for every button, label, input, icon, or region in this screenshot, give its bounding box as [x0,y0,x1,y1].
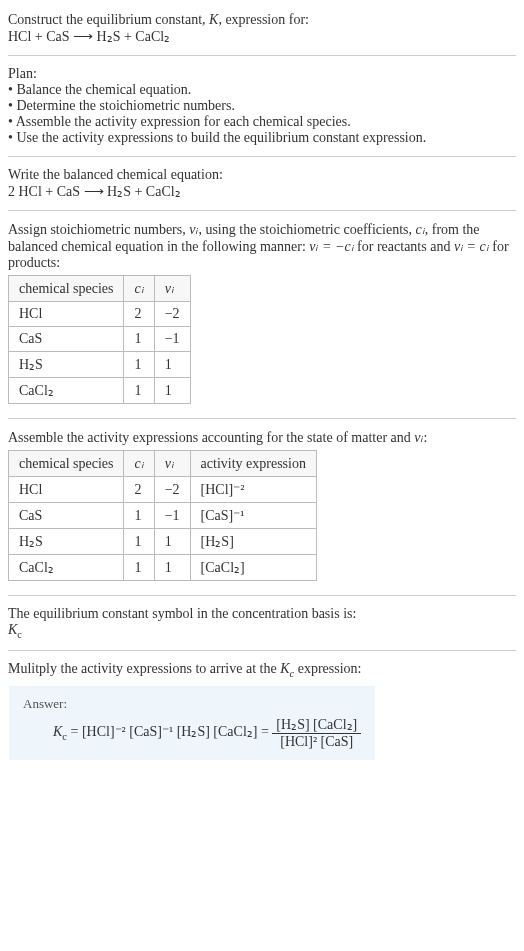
col-activity: activity expression [190,451,316,477]
nu-prod-rel: νᵢ = cᵢ [454,239,489,254]
cell-nui: 1 [154,352,190,378]
table-row: CaCl₂ 1 1 [CaCl₂] [9,555,317,581]
stoich-block: Assign stoichiometric numbers, νᵢ, using… [8,215,516,414]
table-row: HCl 2 −2 [HCl]⁻² [9,477,317,503]
intro-text-b: , expression for: [218,12,309,27]
cell-activity: [HCl]⁻² [190,477,316,503]
col-ci: cᵢ [124,276,154,302]
basis-line: The equilibrium constant symbol in the c… [8,606,516,622]
k-letter: K [53,724,62,739]
answer-label: Answer: [23,696,361,712]
cell-ci: 2 [124,302,154,327]
cell-species: H₂S [9,352,124,378]
divider [8,210,516,211]
plan-bullet-4: • Use the activity expressions to build … [8,130,516,146]
table-row: CaCl₂ 1 1 [9,378,191,404]
stoich-table: chemical species cᵢ νᵢ HCl 2 −2 CaS 1 −1… [8,275,191,404]
cell-activity: [CaCl₂] [190,555,316,581]
k-sub: c [17,629,22,640]
plan-bullet-3: • Assemble the activity expression for e… [8,114,516,130]
ci-header: cᵢ [134,281,143,296]
cell-species: CaCl₂ [9,555,124,581]
unbalanced-equation: HCl + CaS ⟶ H₂S + CaCl₂ [8,28,516,45]
cell-activity: [H₂S] [190,529,316,555]
cell-nui: −2 [154,302,190,327]
stoich-text-d: for reactants and [354,239,454,254]
cell-nui: −1 [154,327,190,352]
divider [8,595,516,596]
cell-species: CaS [9,327,124,352]
cell-species: H₂S [9,529,124,555]
kc-inline: Kc [280,661,294,676]
divider [8,156,516,157]
intro-line1: Construct the equilibrium constant, K, e… [8,12,516,28]
cell-species: CaCl₂ [9,378,124,404]
activity-table: chemical species cᵢ νᵢ activity expressi… [8,450,317,581]
stoich-text-a: Assign stoichiometric numbers, [8,222,189,237]
answer-expression: Kc = [HCl]⁻² [CaS]⁻¹ [H₂S] [CaCl₂] = [H₂… [23,716,361,750]
cell-ci: 1 [124,352,154,378]
cell-ci: 1 [124,327,154,352]
divider [8,650,516,651]
table-header-row: chemical species cᵢ νᵢ [9,276,191,302]
answer-mid: = [HCl]⁻² [CaS]⁻¹ [H₂S] [CaCl₂] = [67,724,272,739]
activity-heading-b: : [424,430,428,445]
nui-header: νᵢ [165,281,174,296]
cell-nui: 1 [154,529,190,555]
stoich-text-b: , using the stoichiometric coefficients, [198,222,415,237]
multiply-text-a: Mulitply the activity expressions to arr… [8,661,280,676]
plan-heading: Plan: [8,66,516,82]
ci-header: cᵢ [134,456,143,471]
cell-nui: −2 [154,477,190,503]
intro-block: Construct the equilibrium constant, K, e… [8,6,516,51]
activity-heading-a: Assemble the activity expressions accoun… [8,430,414,445]
fraction-numerator: [H₂S] [CaCl₂] [272,716,361,734]
nu-symbol: νᵢ [414,430,423,445]
cell-ci: 1 [124,378,154,404]
kc-symbol: Kc [8,622,516,640]
table-row: H₂S 1 1 [H₂S] [9,529,317,555]
cell-nui: −1 [154,503,190,529]
nui-header: νᵢ [165,456,174,471]
multiply-block: Mulitply the activity expressions to arr… [8,655,516,767]
cell-species: HCl [9,477,124,503]
table-row: CaS 1 −1 [CaS]⁻¹ [9,503,317,529]
plan-bullet-2: • Determine the stoichiometric numbers. [8,98,516,114]
cell-ci: 2 [124,477,154,503]
cell-species: CaS [9,503,124,529]
answer-box: Answer: Kc = [HCl]⁻² [CaS]⁻¹ [H₂S] [CaCl… [8,685,376,761]
cell-species: HCl [9,302,124,327]
activity-block: Assemble the activity expressions accoun… [8,423,516,591]
nu-react-rel: νᵢ = −cᵢ [309,239,353,254]
balanced-block: Write the balanced chemical equation: 2 … [8,161,516,206]
activity-heading: Assemble the activity expressions accoun… [8,429,516,446]
balanced-heading: Write the balanced chemical equation: [8,167,516,183]
col-species: chemical species [9,276,124,302]
multiply-line: Mulitply the activity expressions to arr… [8,661,516,679]
plan-bullet-1: • Balance the chemical equation. [8,82,516,98]
cell-ci: 1 [124,503,154,529]
stoich-text: Assign stoichiometric numbers, νᵢ, using… [8,221,516,271]
c-symbol: cᵢ [416,222,425,237]
multiply-text-b: expression: [294,661,361,676]
col-nui: νᵢ [154,276,190,302]
table-row: CaS 1 −1 [9,327,191,352]
fraction-denominator: [HCl]² [CaS] [272,734,361,750]
table-header-row: chemical species cᵢ νᵢ activity expressi… [9,451,317,477]
intro-text-a: Construct the equilibrium constant, [8,12,209,27]
cell-ci: 1 [124,529,154,555]
col-ci: cᵢ [124,451,154,477]
k-letter: K [8,622,17,637]
cell-nui: 1 [154,555,190,581]
col-species: chemical species [9,451,124,477]
answer-fraction: [H₂S] [CaCl₂] [HCl]² [CaS] [272,716,361,750]
cell-ci: 1 [124,555,154,581]
col-nui: νᵢ [154,451,190,477]
k-symbol: K [209,12,218,27]
divider [8,418,516,419]
table-row: H₂S 1 1 [9,352,191,378]
balanced-equation: 2 HCl + CaS ⟶ H₂S + CaCl₂ [8,183,516,200]
plan-block: Plan: • Balance the chemical equation. •… [8,60,516,152]
cell-nui: 1 [154,378,190,404]
divider [8,55,516,56]
